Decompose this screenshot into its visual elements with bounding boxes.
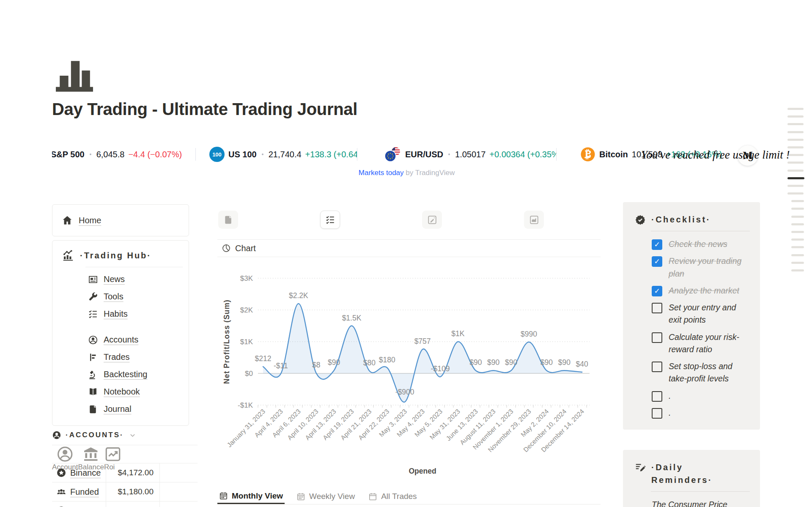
outline-mark[interactable] [787,108,804,110]
checkbox[interactable] [652,286,662,296]
column-account[interactable]: Account [52,445,78,463]
ticker-symbol: S&P 500 [52,150,85,159]
ticker-s-p-500[interactable]: S&P 500 6,045.8 −4.4 (−0.07%) [52,145,196,164]
balance-cell[interactable]: $4,172.00 [106,463,160,482]
outline-mark[interactable] [791,238,804,241]
outline-mark[interactable] [787,146,804,148]
checkbox[interactable] [652,239,662,250]
sidebar-item-backtesting[interactable]: Backtesting [62,366,183,383]
tab-label[interactable]: Monthly View [232,491,283,501]
outline-mark[interactable] [787,170,804,172]
outline-mark[interactable] [787,192,804,195]
home-label[interactable]: Home [79,216,101,225]
roi-cell[interactable] [160,502,198,507]
roi-cell[interactable] [160,482,198,501]
outline-mark[interactable] [791,208,804,210]
view-tabs: Monthly View Weekly View All Trades [217,486,601,504]
accounts-section-header[interactable]: ·ACCOUNTS· [52,430,136,440]
sidebar-item-tools[interactable]: Tools [62,288,183,305]
svg-text:April 19, 2023: April 19, 2023 [321,408,355,441]
page-icon-bar-chart[interactable] [55,57,94,96]
account-cell[interactable]: Binance [52,463,106,482]
toolbar-button-icon [325,215,335,225]
ticker-eur-usd[interactable]: EUR/USD 1.05017 +0.00364 (+0.35%) [357,145,557,164]
sidebar-item-label[interactable]: Accounts [104,335,138,345]
outline-mark[interactable] [787,131,804,133]
sidebar-item-label[interactable]: Trades [104,352,130,362]
tab-label[interactable]: All Trades [381,492,417,501]
outline-mark[interactable] [787,162,804,164]
balance-cell[interactable]: $1,180.00 [106,482,160,501]
svg-text:$2K: $2K [240,306,253,314]
account-cell[interactable]: Funded [52,482,106,501]
sidebar-item-label[interactable]: News [104,274,125,284]
daily-reminders-body: The Consumer Price [652,499,750,507]
sidebar-item-accounts[interactable]: Accounts [62,331,183,348]
sidebar-item-trades[interactable]: Trades [62,348,183,366]
trading-hub-header: ·Trading Hub· [62,249,183,262]
outline-mark[interactable] [787,115,804,118]
checklist-item-label: . [669,390,671,402]
sidebar-item-label[interactable]: Tools [104,292,123,301]
sidebar-item-icon [88,292,98,302]
outline-mark[interactable] [791,231,804,233]
outline-mark[interactable] [787,123,804,125]
checklist-item-check-the-news: Check the news [652,238,750,250]
outline-mark[interactable] [791,223,804,225]
sidebar-item-notebook[interactable]: Notebook [62,383,183,400]
toolbar-button[interactable] [320,211,340,229]
toolbar-button[interactable] [422,211,442,229]
roi-cell[interactable] [160,463,198,482]
sidebar-item-home[interactable]: Home [52,204,189,236]
checkbox[interactable] [652,391,662,402]
checkbox[interactable] [652,303,662,313]
outline-mark[interactable] [791,216,804,218]
outline-mark-active[interactable] [787,177,804,179]
svg-text:Opened: Opened [409,467,436,475]
markets-today-link[interactable]: Markets today [359,169,404,177]
tab-label[interactable]: Weekly View [309,492,355,501]
toolbar-button[interactable] [218,211,238,229]
chevron-down-icon[interactable] [129,432,136,439]
svg-text:Net Profit/Loss (Sum): Net Profit/Loss (Sum) [222,299,231,384]
sidebar-item-label[interactable]: Habits [104,309,128,319]
sidebar-item-label[interactable]: Journal [104,404,132,414]
sidebar-item-news[interactable]: News [62,271,183,288]
checkbox[interactable] [652,362,662,372]
account-cell[interactable] [52,502,106,507]
column-roi[interactable]: Roi [104,445,122,463]
outline-mark[interactable] [791,262,804,264]
outline-mark[interactable] [787,139,804,141]
checklist-item-label: Analyze the market [669,285,739,297]
outline-mark[interactable] [791,269,804,271]
svg-text:$1.5K: $1.5K [342,314,362,322]
ticker-us-100[interactable]: 100 US 100 21,740.4 +138.3 (+0.64%) [196,145,357,164]
toolbar-button[interactable] [524,211,544,229]
account-link[interactable]: Binance [70,468,101,478]
tab-monthly-view[interactable]: Monthly View [217,486,285,504]
svg-text:$757: $757 [414,337,431,345]
sidebar-item-journal[interactable]: Journal [62,400,183,418]
column-balance[interactable]: Balance [78,445,104,463]
checklist-title: ·Checklist· [651,213,711,226]
outline-mark[interactable] [787,154,804,156]
checkbox[interactable] [652,332,662,343]
outline-mark[interactable] [791,254,804,256]
outline-mark[interactable] [787,185,804,187]
page-title[interactable]: Day Trading - Ultimate Trading Journal [52,100,357,119]
checkbox[interactable] [652,256,662,267]
svg-text:$40: $40 [576,360,588,368]
tab-weekly-view[interactable]: Weekly View [295,486,357,504]
svg-text:$90: $90 [540,358,553,367]
outline-mark[interactable] [791,200,804,202]
outline-mark[interactable] [791,246,804,248]
tab-all-trades[interactable]: All Trades [367,486,418,504]
balance-cell[interactable] [106,502,160,507]
sidebar-item-label[interactable]: Notebook [104,387,140,397]
checkbox[interactable] [652,408,662,419]
checklist-panel: ·Checklist· Check the news Review your t… [623,202,760,430]
account-link[interactable]: Funded [70,487,99,497]
svg-text:$90: $90 [328,358,340,367]
sidebar-item-habits[interactable]: Habits [62,305,183,323]
sidebar-item-label[interactable]: Backtesting [104,370,147,379]
